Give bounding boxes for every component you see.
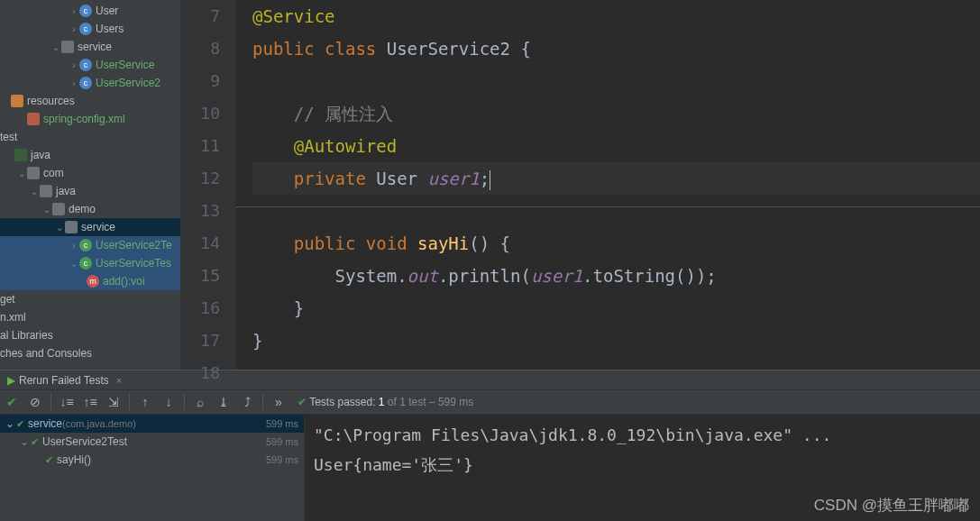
text-caret bbox=[490, 170, 490, 190]
test-toolbar: ✔ ⊘ ↓≡ ↑≡ ⇲ ↑ ↓ ⌕ ⤓ ⤴ » ✔ Tests passed: … bbox=[0, 390, 980, 415]
console-line: "C:\Program Files\Java\jdk1.8.0_192\bin\… bbox=[314, 420, 971, 450]
method-separator bbox=[236, 206, 980, 207]
console-line: User{name='张三'} bbox=[314, 450, 971, 480]
check-icon: ✔ bbox=[298, 396, 307, 408]
tree-item[interactable]: ›cUser bbox=[0, 2, 180, 20]
collapse-icon[interactable]: ⇲ bbox=[102, 390, 125, 414]
close-icon[interactable]: × bbox=[116, 375, 122, 386]
tree-item[interactable]: ›cUserService bbox=[0, 56, 180, 74]
more-icon[interactable]: » bbox=[267, 390, 290, 414]
tree-item[interactable]: ches and Consoles bbox=[0, 344, 180, 362]
find-icon[interactable]: ⌕ bbox=[188, 390, 212, 414]
tests-status: ✔ Tests passed: 1 of 1 test – 599 ms bbox=[298, 396, 473, 408]
tree-item[interactable]: spring-config.xml bbox=[0, 110, 180, 128]
tree-folder-com[interactable]: ⌄com bbox=[0, 164, 180, 182]
test-node-method[interactable]: ✔sayHi() 599 ms bbox=[0, 451, 304, 469]
project-tree[interactable]: ›cUser ›cUsers ⌄service ›cUserService ›c… bbox=[0, 0, 180, 370]
tree-item[interactable]: ›cUserService2 bbox=[0, 74, 180, 92]
tree-item[interactable]: n.xml bbox=[0, 308, 180, 326]
tree-item[interactable]: ⌄cUserServiceTes bbox=[0, 254, 180, 272]
console-output[interactable]: "C:\Program Files\Java\jdk1.8.0_192\bin\… bbox=[305, 415, 980, 521]
tree-folder-java[interactable]: java bbox=[0, 146, 180, 164]
play-icon: ▶ bbox=[7, 374, 15, 387]
down-icon[interactable]: ↓ bbox=[157, 390, 180, 414]
tree-folder-test[interactable]: test bbox=[0, 128, 180, 146]
tree-item[interactable]: madd():voi bbox=[0, 272, 180, 290]
sort-down-icon[interactable]: ↓≡ bbox=[55, 390, 78, 414]
tab-rerun-failed[interactable]: ▶Rerun Failed Tests× bbox=[0, 374, 129, 387]
tree-folder-service[interactable]: ⌄service bbox=[0, 38, 180, 56]
test-node-root[interactable]: ⌄✔service (com.java.demo) 599 ms bbox=[0, 415, 304, 433]
tree-item[interactable]: ›cUserService2Te bbox=[0, 236, 180, 254]
tree-item[interactable]: al Libraries bbox=[0, 326, 180, 344]
check-icon[interactable]: ✔ bbox=[0, 390, 23, 414]
tree-item[interactable]: ›cUsers bbox=[0, 20, 180, 38]
tree-folder-service-test[interactable]: ⌄service bbox=[0, 218, 180, 236]
tree-folder-demo[interactable]: ⌄demo bbox=[0, 200, 180, 218]
test-node-class[interactable]: ⌄✔UserService2Test 599 ms bbox=[0, 433, 304, 451]
up-icon[interactable]: ↑ bbox=[133, 390, 157, 414]
tree-folder-java-sub[interactable]: ⌄java bbox=[0, 182, 180, 200]
code-editor[interactable]: @Service public class UserService2 { // … bbox=[236, 0, 980, 370]
test-results-tree[interactable]: ⌄✔service (com.java.demo) 599 ms ⌄✔UserS… bbox=[0, 415, 305, 521]
cancel-icon[interactable]: ⊘ bbox=[23, 390, 47, 414]
import-icon[interactable]: ⤓ bbox=[212, 390, 235, 414]
tree-item[interactable]: get bbox=[0, 290, 180, 308]
sort-up-icon[interactable]: ↑≡ bbox=[78, 390, 102, 414]
tree-folder-resources[interactable]: resources bbox=[0, 92, 180, 110]
export-icon[interactable]: ⤴ bbox=[235, 390, 259, 414]
editor-gutter: 789 101112 131415 161718 bbox=[180, 0, 236, 370]
